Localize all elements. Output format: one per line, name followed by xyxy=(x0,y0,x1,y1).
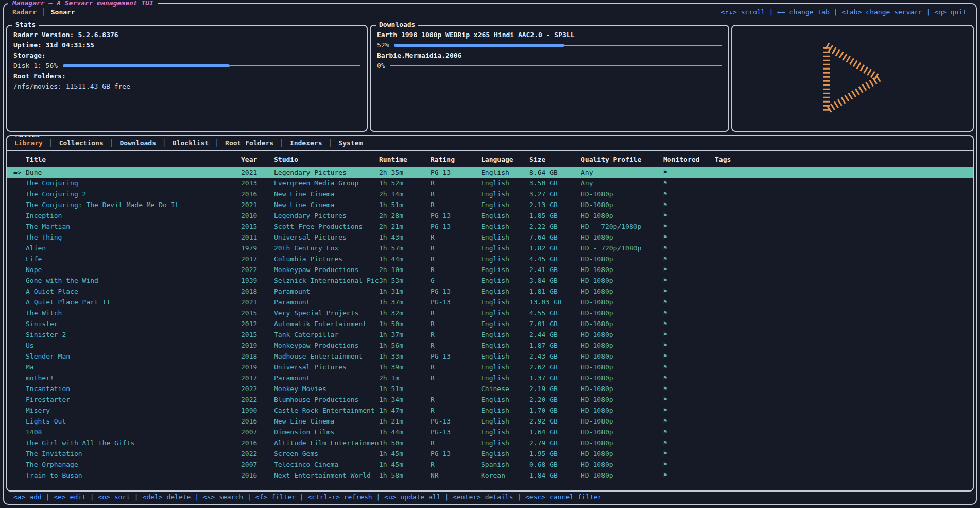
cell-rating: R xyxy=(431,178,481,189)
monitored-flag-icon: ⚑ xyxy=(663,383,715,394)
col-header-runtime: Runtime xyxy=(379,153,431,167)
cell-tags xyxy=(715,199,973,210)
row-selector xyxy=(13,427,26,437)
table-row[interactable]: The Orphanage2007Telecinco Cinema1h 45mR… xyxy=(7,459,973,470)
cell-studio: Monkeypaw Productions xyxy=(274,264,379,275)
cell-year: 2021 xyxy=(241,297,274,308)
table-row[interactable]: Gone with the Wind1939Selznick Internati… xyxy=(7,275,973,286)
movies-tab-system[interactable]: System xyxy=(336,139,365,147)
movies-tab-indexers[interactable]: Indexers xyxy=(288,139,324,147)
movies-tab-blocklist[interactable]: Blocklist xyxy=(170,139,211,147)
cell-studio: Telecinco Cinema xyxy=(274,459,379,470)
table-row[interactable]: Firestarter2022Blumhouse Productions1h 3… xyxy=(7,394,973,405)
download-progress-bar xyxy=(390,61,722,71)
cell-runtime: 1h 37m xyxy=(379,329,431,340)
table-row[interactable]: Life2017Columbia Pictures1h 44mREnglish4… xyxy=(7,253,973,264)
table-row[interactable]: 14082007Dimension Films1h 44mPG-13Englis… xyxy=(7,427,973,437)
progress-track xyxy=(390,65,722,66)
table-row[interactable]: Us2019Monkeypaw Productions1h 56mREnglis… xyxy=(7,340,973,351)
table-row[interactable]: The Conjuring: The Devil Made Me Do It20… xyxy=(7,199,973,210)
table-row[interactable]: Train to Busan2016Next Entertainment Wor… xyxy=(7,470,973,481)
table-row[interactable]: The Girl with All the Gifts2016Altitude … xyxy=(7,437,973,448)
cell-title: Slender Man xyxy=(26,351,241,362)
table-row[interactable]: Ma2019Universal Pictures1h 39mREnglish2.… xyxy=(7,362,973,372)
radarr-version-label: Radarr Version: xyxy=(13,31,74,39)
table-row[interactable]: Alien197920th Century Fox1h 57mREnglish1… xyxy=(7,243,973,253)
cell-size: 2.13 GB xyxy=(529,199,581,210)
table-row[interactable]: The Conjuring 22016New Line Cinema2h 14m… xyxy=(7,189,973,199)
col-header-selector xyxy=(13,153,26,167)
monitored-flag-icon: ⚑ xyxy=(663,243,715,253)
movies-tab-library[interactable]: Library xyxy=(12,139,45,147)
cell-studio: Paramount xyxy=(274,297,379,308)
table-row[interactable]: Inception2010Legendary Pictures2h 28mPG-… xyxy=(7,210,973,221)
table-row[interactable]: Incantation2022Monkey Movies1h 51mChines… xyxy=(7,383,973,394)
cell-runtime: 2h 14m xyxy=(379,189,431,199)
cell-language: Chinese xyxy=(481,383,529,394)
cell-language: English xyxy=(481,199,529,210)
table-row[interactable]: =>Dune2021Legendary Pictures2h 35mPG-13E… xyxy=(7,167,973,178)
table-row[interactable]: The Invitation2022Screen Gems1h 45mPG-13… xyxy=(7,448,973,459)
table-row[interactable]: mother!2017Paramount2h 1mREnglish1.37 GB… xyxy=(7,372,973,383)
cell-title: Incantation xyxy=(26,383,241,394)
table-row[interactable]: The Witch2015Very Special Projects1h 32m… xyxy=(7,308,973,318)
cell-size: 1.87 GB xyxy=(529,340,581,351)
cell-size: 8.64 GB xyxy=(529,167,581,178)
radarr-version-value: 5.2.6.8376 xyxy=(78,31,118,39)
row-selector xyxy=(13,243,26,253)
table-row[interactable]: Misery1990Castle Rock Entertainment1h 47… xyxy=(7,405,973,416)
cell-title: A Quiet Place xyxy=(26,286,241,297)
cell-runtime: 1h 50m xyxy=(379,437,431,448)
cell-quality-profile: Any xyxy=(581,167,663,178)
cell-language: English xyxy=(481,286,529,297)
row-selector xyxy=(13,394,26,405)
table-row[interactable]: The Thing2011Universal Pictures1h 43mREn… xyxy=(7,232,973,243)
movies-tab-root-folders[interactable]: Root Folders xyxy=(223,139,276,147)
cell-title: The Invitation xyxy=(26,448,241,459)
cell-tags xyxy=(715,470,973,481)
cell-quality-profile: HD-1080p xyxy=(581,459,663,470)
movies-tab-collections[interactable]: Collections xyxy=(57,139,106,147)
cell-year: 2017 xyxy=(241,372,274,383)
cell-size: 2.79 GB xyxy=(529,437,581,448)
cell-tags xyxy=(715,383,973,394)
table-row[interactable]: Nope2022Monkeypaw Productions2h 10mREngl… xyxy=(7,264,973,275)
row-selector xyxy=(13,416,26,427)
monitored-flag-icon: ⚑ xyxy=(663,286,715,297)
table-row[interactable]: Sinister2012Automatik Entertainment1h 50… xyxy=(7,318,973,329)
cell-tags xyxy=(715,308,973,318)
cell-size: 3.84 GB xyxy=(529,275,581,286)
cell-runtime: 1h 45m xyxy=(379,448,431,459)
servarr-tab-radarr[interactable]: Radarr xyxy=(11,8,38,16)
cell-runtime: 1h 58m xyxy=(379,470,431,481)
cell-year: 1939 xyxy=(241,275,274,286)
cell-quality-profile: HD-1080p xyxy=(581,275,663,286)
cell-year: 2016 xyxy=(241,416,274,427)
cell-size: 2.20 GB xyxy=(529,394,581,405)
table-row[interactable]: Slender Man2018Madhouse Entertainment1h … xyxy=(7,351,973,362)
movies-tab-downloads[interactable]: Downloads xyxy=(118,139,158,147)
cell-studio: Paramount xyxy=(274,372,379,383)
cell-size: 2.19 GB xyxy=(529,383,581,394)
cell-year: 2022 xyxy=(241,394,274,405)
table-row[interactable]: Sinister 22015Tank Caterpillar1h 37mREng… xyxy=(7,329,973,340)
servarr-tab-sonarr[interactable]: Sonarr xyxy=(50,8,76,16)
cell-runtime: 1h 47m xyxy=(379,405,431,416)
table-row[interactable]: Lights Out2016New Line Cinema1h 21mPG-13… xyxy=(7,416,973,427)
table-row[interactable]: The Martian2015Scott Free Productions2h … xyxy=(7,221,973,232)
cell-title: 1408 xyxy=(26,427,241,437)
cell-rating: R xyxy=(431,199,481,210)
cell-quality-profile: HD-1080p xyxy=(581,199,663,210)
table-row[interactable]: The Conjuring2013Evergreen Media Group1h… xyxy=(7,178,973,189)
table-row[interactable]: A Quiet Place2018Paramount1h 31mPG-13Eng… xyxy=(7,286,973,297)
cell-title: The Conjuring xyxy=(26,178,241,189)
managarr-logo-icon xyxy=(820,41,885,116)
cell-rating xyxy=(431,383,481,394)
cell-year: 2018 xyxy=(241,286,274,297)
col-header-quality-profile: Quality Profile xyxy=(581,153,663,167)
cell-language: English xyxy=(481,275,529,286)
cell-studio: Universal Pictures xyxy=(274,232,379,243)
table-row[interactable]: A Quiet Place Part II2021Paramount1h 37m… xyxy=(7,297,973,308)
cell-runtime: 1h 44m xyxy=(379,427,431,437)
table-header: TitleYearStudioRuntimeRatingLanguageSize… xyxy=(7,153,973,167)
